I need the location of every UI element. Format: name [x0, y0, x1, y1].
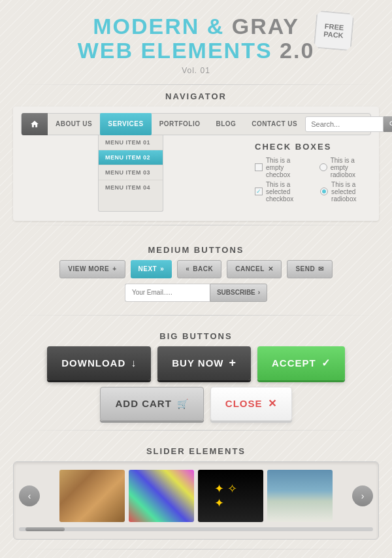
download-label: Download — [61, 357, 125, 369]
slide-2 — [129, 470, 194, 522]
nav-item-blog[interactable]: Blog — [208, 113, 244, 135]
nav-item-contact[interactable]: Contact Us — [244, 113, 305, 135]
slider-next-button[interactable]: › — [352, 485, 373, 506]
dropdown-item-2[interactable]: Menu Item 02 — [99, 150, 163, 165]
divider-3 — [13, 315, 379, 316]
search-input[interactable] — [305, 116, 384, 132]
checkbox-row-1: This is a empty checbox This is a empty … — [255, 157, 371, 178]
send-button[interactable]: Send ✉ — [287, 260, 332, 278]
slider-label: Slider Elements — [13, 446, 379, 456]
back-icon: « — [186, 265, 189, 272]
checkbox-selected[interactable]: This is a selected checkbox — [255, 181, 307, 203]
radio-selected[interactable]: This is a selected radiobox — [320, 181, 371, 203]
checkmark-icon: ✓ — [321, 357, 331, 369]
buy-now-button[interactable]: Buy Now + — [157, 346, 251, 380]
accept-label: Accept — [272, 357, 316, 369]
dropdown-item-3[interactable]: Menu Item 03 — [99, 165, 163, 180]
view-more-label: View More — [68, 265, 109, 272]
close-icon: ✕ — [268, 397, 277, 410]
subscribe-button[interactable]: Subscribe › — [210, 284, 267, 302]
title-modern: Modern & — [93, 14, 224, 39]
subscribe-label: Subscribe — [217, 289, 255, 296]
cancel-button[interactable]: Cancel ✕ — [227, 260, 282, 278]
slide-1 — [59, 470, 125, 522]
radio-empty-circle[interactable] — [319, 163, 327, 171]
send-icon: ✉ — [318, 265, 324, 272]
nav-dropdown-area: Menu Item 01 Menu Item 02 Menu Item 03 M… — [21, 135, 371, 212]
radio-empty[interactable]: This is a empty radiobox — [319, 157, 371, 178]
checkbox-empty-label: This is a empty checbox — [266, 157, 306, 178]
email-input[interactable] — [125, 284, 210, 302]
close-label: CLOSE — [225, 398, 263, 409]
download-button[interactable]: Download ↓ — [47, 346, 151, 380]
checkboxes-label: Check Boxes — [255, 142, 371, 152]
divider-1 — [13, 84, 379, 85]
add-cart-label: AdD CaRT — [115, 398, 171, 409]
cancel-label: Cancel — [235, 265, 265, 272]
checkbox-empty[interactable]: This is a empty checbox — [255, 157, 306, 178]
medium-buttons-row: View More + Next » « Back Cancel ✕ Send … — [13, 260, 379, 302]
header: Modern & Gray Web Elements 2.0 Vol. 01 F… — [0, 0, 392, 82]
home-icon[interactable] — [22, 113, 48, 135]
header-vol: Vol. 01 — [13, 66, 379, 75]
medium-buttons-label: Medium Buttons — [13, 245, 379, 255]
nav-search — [305, 116, 392, 132]
checkboxes-area: Check Boxes This is a empty checbox This… — [248, 135, 371, 212]
back-button[interactable]: « Back — [177, 260, 221, 278]
free-badge: Free Pack — [314, 10, 355, 52]
nav-item-about[interactable]: About Us — [48, 113, 100, 135]
back-label: Back — [193, 265, 213, 272]
big-buttons-row: Download ↓ Buy Now + Accept ✓ AdD CaRT 🛒… — [13, 346, 379, 421]
slider-container: ‹ › — [13, 461, 379, 540]
view-more-button[interactable]: View More + — [59, 260, 125, 278]
download-icon: ↓ — [131, 357, 137, 369]
nav-item-portfolio[interactable]: Portfolio — [152, 113, 208, 135]
medium-buttons-section: Medium Buttons View More + Next » « Back… — [13, 232, 379, 308]
search-button[interactable] — [384, 116, 392, 132]
slider-scrollbar — [19, 527, 373, 531]
dropdown-menu: Menu Item 01 Menu Item 02 Menu Item 03 M… — [98, 135, 163, 212]
divider-4 — [13, 430, 379, 431]
slide-4 — [267, 470, 333, 522]
slider-prev-button[interactable]: ‹ — [19, 485, 40, 506]
buy-now-label: Buy Now — [172, 357, 223, 369]
nav-bar: About Us Services Portfolio Blog Contact… — [21, 113, 371, 135]
radio-empty-label: This is a empty radiobox — [331, 157, 371, 178]
divider-2 — [13, 225, 379, 225]
cart-icon: 🛒 — [177, 399, 189, 409]
title-gray: Gray — [232, 14, 299, 39]
slide-3 — [198, 470, 263, 522]
nav-item-services[interactable]: Services — [100, 113, 151, 135]
big-buttons-label: Big Buttons — [13, 331, 379, 341]
navigator-section: About Us Services Portfolio Blog Contact… — [13, 107, 379, 221]
plus-icon: + — [112, 265, 116, 272]
slider-section: Slider Elements ‹ › — [13, 436, 379, 544]
big-buttons-section: Big Buttons Download ↓ Buy Now + Accept … — [13, 321, 379, 425]
close-button[interactable]: CLOSE ✕ — [210, 387, 292, 421]
send-label: Send — [295, 265, 315, 272]
accept-button[interactable]: Accept ✓ — [257, 346, 345, 380]
next-label: Next — [139, 265, 157, 272]
slider-thumb[interactable] — [25, 527, 65, 531]
checkbox-selected-box[interactable] — [255, 188, 263, 195]
add-to-cart-button[interactable]: AdD CaRT 🛒 — [100, 387, 203, 421]
cancel-icon: ✕ — [268, 265, 274, 272]
checkbox-selected-label: This is a selected checkbox — [266, 181, 307, 203]
checkbox-row-2: This is a selected checkbox This is a se… — [255, 181, 371, 203]
radio-selected-circle[interactable] — [320, 188, 328, 195]
slider-images — [45, 470, 347, 522]
email-input-wrap: Subscribe › — [125, 284, 267, 302]
dropdown-item-1[interactable]: Menu Item 01 — [99, 135, 163, 150]
navigator-label: Navigator — [0, 91, 392, 101]
next-button[interactable]: Next » — [131, 260, 172, 278]
radio-selected-label: This is a selected radiobox — [331, 181, 371, 203]
plus-big-icon: + — [229, 356, 237, 370]
checkbox-empty-box[interactable] — [255, 163, 263, 171]
dropdown-item-4[interactable]: Menu Item 04 — [99, 180, 163, 195]
next-icon: » — [160, 265, 164, 272]
divider-5 — [13, 549, 379, 550]
subscribe-icon: › — [258, 289, 260, 296]
slider-track: ‹ › — [19, 470, 373, 522]
